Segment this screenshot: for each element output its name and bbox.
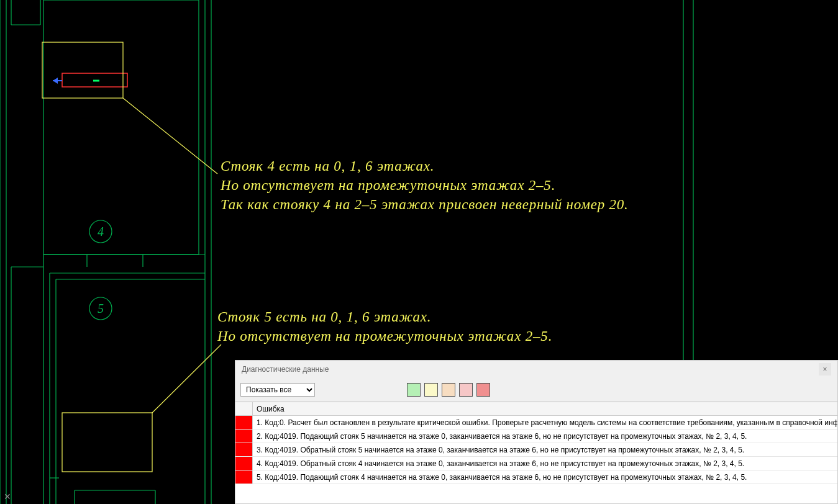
severity-cell (235, 470, 253, 484)
error-message: 1. Код:0. Расчет был остановлен в резуль… (253, 416, 837, 429)
svg-line-32 (123, 98, 217, 174)
severity-swatch-pink[interactable] (459, 383, 473, 397)
diagnostics-toolbar: Показать все (235, 378, 837, 402)
severity-swatch-peach[interactable] (442, 383, 455, 397)
severity-swatch-green[interactable] (407, 383, 421, 397)
column-error[interactable]: Ошибка (253, 402, 837, 415)
annotation-line: Так как стояку 4 на 2–5 этажах присвоен … (221, 195, 629, 214)
error-message: 2. Код:4019. Подающий стояк 5 начинается… (253, 430, 837, 443)
svg-marker-30 (53, 78, 58, 84)
annotation-line: Стояк 5 есть на 0, 1, 6 этажах. (217, 307, 552, 326)
callout-lines (42, 42, 221, 472)
annotation-line: Стояк 4 есть на 0, 1, 6 этажах. (221, 156, 629, 176)
svg-rect-33 (62, 413, 152, 472)
severity-cell (235, 443, 253, 456)
table-row[interactable]: 3. Код:4019. Обратный стояк 5 начинается… (235, 443, 837, 457)
annotation-line: Но отсутствует на промежуточных этажах 2… (221, 176, 629, 195)
diagnostics-title-text: Диагностические данные (242, 361, 329, 378)
severity-swatch-yellow[interactable] (424, 383, 438, 397)
flow-arrow-icon (53, 78, 62, 84)
svg-rect-31 (42, 42, 123, 98)
annotation-line: Но отсутствует на промежуточных этажах 2… (217, 326, 552, 346)
error-message: 3. Код:4019. Обратный стояк 5 начинается… (253, 443, 837, 456)
error-message: 4. Код:4019. Обратный стояк 4 начинается… (253, 457, 837, 470)
marker-4-label: 4 (98, 225, 104, 238)
svg-rect-10 (43, 0, 199, 254)
severity-swatch-red[interactable] (476, 383, 490, 397)
close-icon[interactable]: × (819, 363, 831, 376)
annotation-top: Стояк 4 есть на 0, 1, 6 этажах. Но отсут… (221, 156, 629, 214)
table-row[interactable]: 1. Код:0. Расчет был остановлен в резуль… (235, 416, 837, 430)
diagnostics-titlebar[interactable]: Диагностические данные × (235, 361, 837, 378)
table-row[interactable]: 2. Код:4019. Подающий стояк 5 начинается… (235, 430, 837, 443)
severity-cell (235, 416, 253, 429)
column-severity[interactable] (235, 402, 253, 415)
table-header: Ошибка (235, 402, 837, 416)
severity-cell (235, 457, 253, 470)
filter-select[interactable]: Показать все (240, 383, 315, 397)
close-icon[interactable]: ✕ (4, 492, 11, 502)
error-message: 5. Код:4019. Подающий стояк 4 начинается… (253, 470, 837, 484)
severity-cell (235, 430, 253, 443)
table-row[interactable]: 5. Код:4019. Подающий стояк 4 начинается… (235, 470, 837, 484)
svg-line-34 (152, 344, 221, 413)
marker-5-label: 5 (98, 302, 104, 315)
severity-swatch-group (407, 383, 490, 397)
table-row[interactable]: 4. Код:4019. Обратный стояк 4 начинается… (235, 457, 837, 470)
diagnostics-table: Ошибка 1. Код:0. Расчет был остановлен в… (235, 402, 837, 503)
diagnostics-panel: Диагностические данные × Показать все Ош… (235, 360, 838, 504)
annotation-bottom: Стояк 5 есть на 0, 1, 6 этажах. Но отсут… (217, 307, 552, 346)
